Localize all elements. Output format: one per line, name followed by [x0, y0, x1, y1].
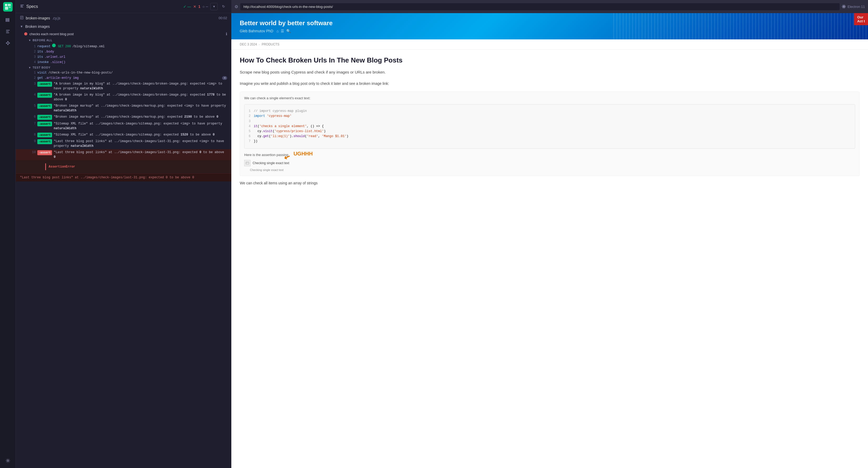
assert-row-3[interactable]: 3 -assert "A broken image in my blog" at…	[16, 80, 231, 92]
cmd-its-name-3: its	[37, 55, 43, 59]
assert-text-10: "Last three blog post links" at ../image…	[54, 150, 227, 159]
cmd-prop-urlset: .urlset.url	[45, 55, 65, 59]
browser-settings-icon[interactable]: ⚙	[235, 4, 238, 9]
refresh-button[interactable]: ↻	[220, 3, 227, 10]
code-should-val: 'Mango $1.01'	[322, 134, 347, 138]
cmd-num-2: 2	[30, 50, 36, 54]
code-block: 1// import cypress-map plugin 2import 'c…	[244, 104, 855, 148]
assert-badge-6: -assert	[37, 115, 52, 120]
code-comment-1: // import cypress-map plugin	[254, 109, 307, 113]
nav-run-icon[interactable]	[3, 15, 13, 25]
cmd-request-name: request	[37, 45, 51, 48]
code-ln-6: 6	[249, 134, 250, 138]
error-message-block: "Last three blog post links" at ../image…	[16, 173, 231, 181]
url-bar[interactable]	[240, 3, 840, 10]
svg-rect-8	[6, 31, 9, 32]
assert-row-4[interactable]: 4 -assert "A broken image in my blog" at…	[16, 92, 231, 103]
suite-header[interactable]: ▼ Broken images	[16, 23, 231, 30]
assert-text-3: "A broken image in my blog" at ../images…	[54, 81, 227, 91]
code-import-str: 'cypress-map'	[267, 114, 292, 118]
article-content: How To Check Broken Urls In The New Blog…	[231, 49, 868, 192]
nav-specs-icon[interactable]	[3, 26, 13, 37]
home-icon[interactable]: ⌂	[277, 29, 279, 33]
code-visit-str: 'cypress/prices-list.html'	[274, 130, 323, 133]
assert-num-6: 6	[30, 114, 36, 119]
cmd-its-urlset[interactable]: 3 its .urlset.url	[16, 54, 231, 60]
assert-num-7: 7	[30, 121, 36, 126]
assert-text-4: "A broken image in my blog" at ../images…	[54, 93, 227, 102]
cmd-get-name: get	[37, 76, 43, 80]
file-time: 00:02	[218, 16, 227, 20]
test-status-area: ✓ — ✕ 1 ○ -- ▾ ↻	[183, 3, 227, 10]
svg-rect-9	[6, 33, 9, 33]
test-results-panel[interactable]: ▼ Broken images checks each recent blog …	[16, 23, 231, 468]
code-ln-7: 7	[249, 139, 250, 143]
cmd-prop-body: .body	[45, 50, 54, 54]
assert-row-10-fail[interactable]: 10 -assert "Last three blog post links" …	[16, 149, 231, 160]
cmd-method: GET	[58, 45, 64, 48]
code-get-str: 'li:eq(1)'	[271, 134, 290, 138]
code-should: should	[293, 134, 305, 138]
nav-debug-icon[interactable]	[3, 38, 13, 48]
browser-info: Electron 11	[842, 4, 865, 9]
browser-name: Electron 11	[847, 5, 865, 9]
search-icon[interactable]: 🔍	[286, 29, 291, 33]
file-header: broken-images .cy.js 00:02	[16, 13, 231, 23]
status-checks: ✓ —	[183, 4, 191, 9]
status-fail-icon: ✕	[193, 4, 196, 9]
cmd-status-code: 200	[65, 45, 71, 48]
cmd-its-body[interactable]: 2 its .body	[16, 49, 231, 54]
chevron-button[interactable]: ▾	[210, 3, 218, 10]
page-title: Specs	[26, 4, 38, 9]
cmd-get[interactable]: 2 get .article-entry img 4	[16, 75, 231, 80]
cmd-visit[interactable]: 1 visit /check-urls-in-the-new-blog-post…	[16, 70, 231, 75]
webpage-preview[interactable]: OurAct t Better world by better software…	[231, 13, 868, 468]
assert-num-8: 8	[30, 132, 36, 137]
blog-author-row: Gleb Bahmutov PhD ⌂ ☰ 🔍	[240, 29, 860, 33]
code-visit: visit	[263, 130, 273, 133]
article-body: Imagine you write and publish a blog pos…	[240, 80, 860, 87]
svg-rect-6	[8, 18, 9, 22]
app-logo[interactable]	[3, 2, 12, 11]
cmd-request[interactable]: 1 request GET 200 /blog/sitemap.xml	[16, 43, 231, 49]
code-get: get	[263, 134, 269, 138]
test-item[interactable]: checks each recent blog post ℹ	[16, 30, 231, 38]
code-ln-1: 1	[249, 109, 250, 113]
assert-text-9: "Last three blog post links" at ../image…	[54, 139, 227, 148]
svg-rect-5	[7, 18, 8, 22]
assert-badge-9: -assert	[37, 139, 52, 144]
meta-separator: ·	[259, 42, 260, 46]
code-example-label: We can check a single element's exact te…	[244, 96, 855, 100]
status-pending: ○ --	[203, 4, 208, 9]
assertion-passing-left: Here is the assertion passing Checking s…	[244, 153, 289, 171]
test-info-button[interactable]: ℹ	[226, 32, 227, 36]
rss-icon[interactable]: ☰	[281, 29, 284, 33]
assert-row-8[interactable]: 8 -assert "Sitemap XML file" at ../image…	[16, 132, 231, 138]
blog-author: Gleb Bahmutov PhD	[240, 29, 273, 33]
assert-badge-7: -assert	[37, 122, 52, 127]
code-ln-4: 4	[249, 125, 250, 128]
article-date: DEC 3 2024	[240, 42, 257, 46]
cmd-invoke[interactable]: 4 invoke .slice()	[16, 60, 231, 65]
assert-num-10: 10	[30, 150, 36, 155]
assert-num-3: 3	[30, 81, 36, 86]
before-all-header[interactable]: ▼ BEFORE ALL	[16, 38, 231, 43]
activity-bar	[0, 0, 16, 468]
assert-row-6[interactable]: 6 -assert "Broken image markup" at ../im…	[16, 114, 231, 121]
svg-rect-2	[5, 7, 8, 10]
before-all-arrow: ▼	[28, 39, 31, 42]
assert-row-9[interactable]: 9 -assert "Last three blog post links" a…	[16, 138, 231, 149]
svg-point-25	[246, 162, 247, 163]
code-pre: 1// import cypress-map plugin 2import 'c…	[249, 109, 851, 144]
before-all-label: BEFORE ALL	[33, 39, 52, 42]
assert-row-7[interactable]: 7 -assert "Sitemap XML file" at ../image…	[16, 121, 231, 132]
test-body-header[interactable]: ▼ TEST BODY	[16, 65, 231, 70]
assert-row-5[interactable]: 5 -assert "Broken image markup" at ../im…	[16, 103, 231, 114]
cmd-status-dot	[52, 43, 56, 47]
ughhh-area: ↙ UGHHH	[293, 151, 313, 157]
assert-badge-4: -assert	[37, 93, 52, 98]
cmd-num-tb2: 2	[30, 76, 36, 80]
nav-settings-icon[interactable]	[3, 456, 13, 466]
code-ln-5: 5	[249, 130, 250, 133]
assert-badge-10-fail: -assert	[37, 150, 52, 155]
